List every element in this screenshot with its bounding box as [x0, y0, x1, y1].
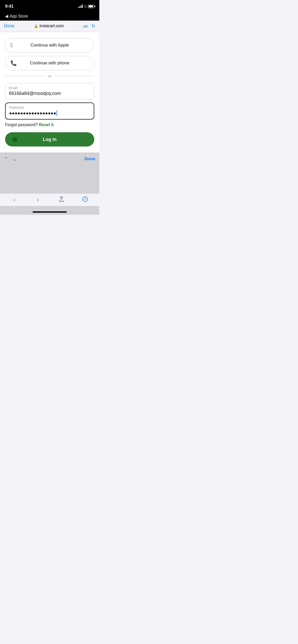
apple-icon:  [10, 42, 12, 49]
keyboard-toolbar: ⌃ ⌄ Done [0, 153, 99, 165]
divider: or [5, 74, 94, 78]
divider-text: or [48, 74, 51, 78]
continue-with-phone-button[interactable]: 📞 Continue with phone [5, 56, 94, 70]
continue-with-apple-button[interactable]:  Continue with Apple [5, 38, 94, 52]
home-indicator [33, 211, 67, 213]
email-label: Email [9, 86, 90, 90]
login-button-label: Log in [43, 137, 57, 142]
apple-button-label: Continue with Apple [31, 43, 69, 48]
keyboard-area [0, 165, 99, 215]
status-icons: 𝕊 [78, 5, 94, 8]
bottom-browser-bar: ‹ › [0, 193, 99, 206]
chevron-left-icon: ‹ [13, 196, 16, 204]
divider-line-left [5, 76, 45, 76]
lock-icon: 🔒 [34, 24, 38, 28]
reset-it-link[interactable]: Reset it [39, 123, 54, 127]
forgot-password-text: Forgot password? [5, 123, 38, 127]
url-bar[interactable]: 🔒 instacart.com [34, 24, 64, 28]
keyboard-nav: ⌃ ⌄ [4, 156, 17, 162]
phone-icon: 📞 [10, 60, 17, 66]
status-time: 9:41 [5, 4, 13, 9]
password-field-group[interactable]: Password ●●●●●●●●●●●●●●●●● [5, 103, 94, 120]
wifi-icon: 𝕊 [84, 5, 86, 8]
browser-forward-button[interactable]: › [32, 194, 44, 206]
browser-bookmarks-button[interactable] [79, 194, 91, 206]
browser-share-button[interactable] [56, 194, 67, 206]
compass-icon [82, 196, 88, 203]
signal-icon [78, 5, 83, 8]
forgot-password-row: Forgot password? Reset it [5, 123, 94, 127]
status-bar: 9:41 𝕊 [0, 0, 99, 13]
login-button[interactable]: Log in [5, 132, 94, 147]
share-icon [59, 196, 64, 203]
keyboard-done-button[interactable]: Done [85, 156, 96, 162]
divider-line-right [55, 76, 94, 76]
text-cursor [57, 110, 57, 116]
phone-button-label: Continue with phone [30, 61, 69, 66]
loading-spinner [12, 137, 17, 142]
password-label: Password [9, 106, 90, 109]
browser-back-button[interactable]: ‹ [9, 194, 20, 206]
password-value: ●●●●●●●●●●●●●●●●● [9, 110, 90, 116]
browser-controls: aA ↻ [83, 23, 95, 29]
nav-down-arrow[interactable]: ⌄ [12, 156, 17, 162]
nav-up-arrow[interactable]: ⌃ [4, 156, 8, 162]
browser-done-button[interactable]: Done [4, 23, 15, 28]
text-size-button[interactable]: aA [83, 24, 88, 28]
url-text: instacart.com [39, 24, 64, 28]
refresh-button[interactable]: ↻ [91, 23, 95, 29]
app-store-bar: ◀ App Store [0, 13, 99, 21]
browser-chrome: Done 🔒 instacart.com aA ↻ [0, 21, 99, 32]
chevron-right-icon: › [37, 196, 39, 204]
web-content:  Continue with Apple 📞 Continue with ph… [0, 32, 99, 153]
battery-icon [88, 5, 94, 8]
back-arrow-icon: ◀ [5, 14, 8, 19]
email-field-group[interactable]: Email 66166a84@moodjoy.com [5, 83, 94, 99]
email-value: 66166a84@moodjoy.com [9, 91, 90, 96]
app-store-label: App Store [10, 14, 28, 19]
